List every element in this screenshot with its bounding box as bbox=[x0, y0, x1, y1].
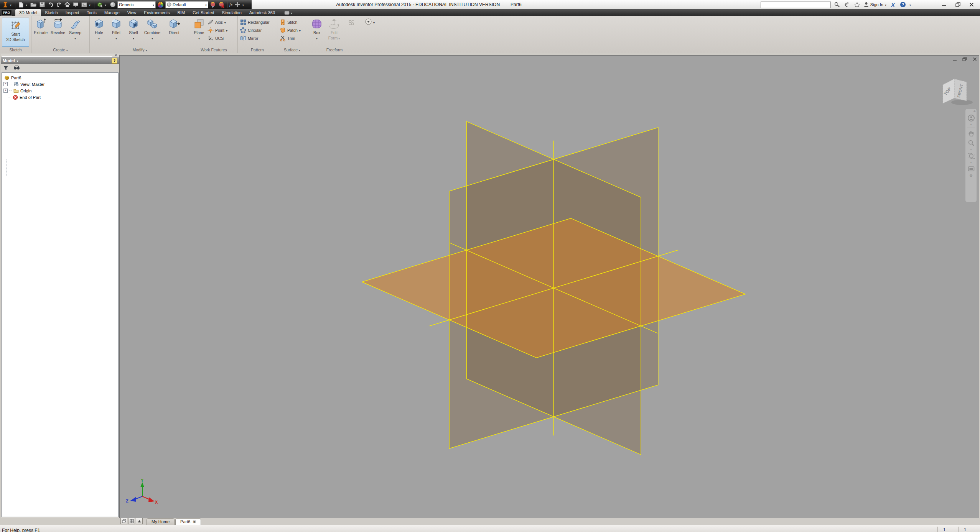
browser-filter-icon[interactable] bbox=[3, 65, 8, 71]
combine-button[interactable]: Combine bbox=[142, 17, 162, 40]
panel-label-sketch[interactable]: Sketch bbox=[0, 48, 31, 52]
edit-form-button[interactable]: Edit Form bbox=[325, 17, 343, 40]
new-file-button[interactable] bbox=[17, 1, 25, 8]
app-menu-dropdown-icon[interactable] bbox=[10, 2, 13, 7]
save-button[interactable] bbox=[38, 1, 46, 8]
extrude-button[interactable]: Extrude bbox=[32, 17, 49, 35]
undo-icon[interactable] bbox=[47, 1, 54, 8]
tree-item-end-of-part[interactable]: End of Part bbox=[2, 94, 118, 100]
panel-label-surface[interactable]: Surface bbox=[277, 48, 307, 52]
document-restore-icon[interactable] bbox=[962, 56, 968, 62]
redo-icon[interactable] bbox=[55, 1, 63, 8]
freeform-box-dropdown-icon[interactable] bbox=[316, 36, 318, 40]
tab-inspect[interactable]: Inspect bbox=[62, 9, 83, 16]
ribbon-display-dropdown-icon[interactable] bbox=[291, 10, 292, 15]
tab-bim[interactable]: BIM bbox=[174, 9, 189, 16]
appearance-select[interactable]: Default bbox=[165, 1, 208, 8]
zoom-dropdown-icon[interactable] bbox=[970, 148, 972, 151]
ribbon-collapse-icon[interactable] bbox=[365, 18, 372, 26]
view-cube[interactable]: TOP FRONT bbox=[940, 74, 976, 107]
restore-button[interactable] bbox=[952, 1, 963, 8]
point-dropdown-icon[interactable] bbox=[226, 28, 227, 33]
tab-tools[interactable]: Tools bbox=[83, 9, 100, 16]
panel-label-modify[interactable]: Modify bbox=[90, 48, 190, 52]
fillet-button[interactable]: Fillet bbox=[108, 17, 125, 40]
search-icon[interactable] bbox=[834, 1, 841, 8]
axis-button[interactable]: Axis bbox=[208, 19, 227, 26]
freeform-extra-button[interactable] bbox=[347, 17, 356, 26]
update-button[interactable] bbox=[96, 1, 104, 8]
ribbon-collapse-dropdown-icon[interactable] bbox=[373, 20, 375, 25]
clear-appearance-icon[interactable] bbox=[218, 1, 225, 8]
panel-label-work-features[interactable]: Work Features bbox=[190, 48, 237, 52]
circular-pattern-button[interactable]: Circular bbox=[240, 27, 270, 34]
search-input[interactable] bbox=[761, 2, 831, 8]
patch-button[interactable]: Patch bbox=[280, 27, 301, 34]
parameters-fx-button[interactable]: fx bbox=[229, 2, 233, 8]
sweep-button[interactable]: Sweep bbox=[67, 17, 84, 40]
sign-in-dropdown-icon[interactable] bbox=[885, 2, 886, 7]
panel-label-create[interactable]: Create bbox=[31, 48, 89, 52]
tab-view[interactable]: View bbox=[124, 9, 140, 16]
appearance-select-dropdown-icon[interactable] bbox=[205, 2, 207, 7]
plane-dropdown-icon[interactable] bbox=[198, 36, 200, 40]
sign-in-button[interactable]: Sign In bbox=[864, 2, 886, 7]
shell-button[interactable]: Shell bbox=[125, 17, 142, 40]
communication-center-icon[interactable] bbox=[844, 1, 851, 8]
new-file-dropdown-icon[interactable] bbox=[26, 2, 29, 7]
presentation-icon[interactable] bbox=[72, 1, 79, 8]
doctab-close-icon[interactable]: ▣ bbox=[193, 519, 196, 525]
tree-item-origin[interactable]: + Origin bbox=[2, 87, 118, 94]
tile-windows-icon[interactable] bbox=[128, 518, 135, 524]
trim-button[interactable]: Trim bbox=[280, 35, 301, 42]
tab-simulation[interactable]: Simulation bbox=[218, 9, 245, 16]
browser-header-dropdown-icon[interactable] bbox=[17, 58, 18, 63]
doctab-part6[interactable]: Part6 ▣ bbox=[175, 518, 201, 525]
tab-sketch[interactable]: Sketch bbox=[41, 9, 62, 16]
image-dropdown-icon[interactable] bbox=[89, 2, 92, 7]
expand-icon[interactable]: + bbox=[3, 89, 8, 93]
expand-icon[interactable]: + bbox=[3, 82, 8, 86]
origin-planes-graphic[interactable] bbox=[120, 56, 979, 518]
document-close-icon[interactable] bbox=[972, 56, 978, 62]
stitch-button[interactable]: Stitch bbox=[280, 19, 301, 26]
navbar-close-icon[interactable]: ⊗ bbox=[973, 110, 976, 113]
browser-find-icon[interactable] bbox=[13, 66, 20, 71]
favorites-star-icon[interactable] bbox=[854, 1, 861, 8]
revolve-button[interactable]: Revolve bbox=[49, 17, 66, 35]
browser-grip[interactable]: ✕ bbox=[1, 54, 119, 57]
orbit-dropdown-icon[interactable] bbox=[970, 161, 972, 164]
navigation-wheel-icon[interactable] bbox=[967, 114, 975, 122]
zoom-icon[interactable] bbox=[967, 139, 975, 147]
tab-autodesk-360[interactable]: Autodesk 360 bbox=[245, 9, 279, 16]
tab-get-started[interactable]: Get Started bbox=[189, 9, 218, 16]
exchange-apps-icon[interactable]: X bbox=[889, 1, 896, 8]
open-button[interactable] bbox=[30, 1, 37, 8]
update-dropdown-icon[interactable] bbox=[105, 2, 108, 7]
panel-label-freeform[interactable]: Freeform bbox=[307, 48, 362, 52]
freeform-box-button[interactable]: Box bbox=[309, 17, 324, 40]
browser-header[interactable]: Model ? bbox=[1, 57, 119, 64]
material-select[interactable]: Generic bbox=[117, 1, 156, 8]
axis-dropdown-icon[interactable] bbox=[224, 20, 226, 25]
orbit-icon[interactable] bbox=[967, 152, 975, 160]
ribbon-display-options-icon[interactable] bbox=[284, 9, 292, 16]
image-capture-icon[interactable] bbox=[81, 1, 88, 8]
help-dropdown-icon[interactable] bbox=[909, 2, 911, 7]
adjust-appearance-icon[interactable] bbox=[209, 1, 217, 8]
navbar-wheel-dropdown-icon[interactable] bbox=[970, 123, 972, 126]
tree-item-part[interactable]: Part6 bbox=[2, 74, 118, 81]
hole-button[interactable]: Hole bbox=[91, 17, 107, 40]
help-icon[interactable]: ? bbox=[899, 1, 906, 8]
plane-button[interactable]: Plane bbox=[191, 17, 207, 40]
shell-dropdown-icon[interactable] bbox=[133, 36, 134, 40]
doctab-my-home[interactable]: My Home bbox=[147, 518, 175, 525]
look-at-icon[interactable] bbox=[967, 165, 975, 173]
tree-item-view-master[interactable]: + View: Master bbox=[2, 81, 118, 87]
material-browser-icon[interactable] bbox=[109, 1, 116, 8]
minimize-button[interactable] bbox=[939, 1, 949, 8]
combine-dropdown-icon[interactable] bbox=[152, 36, 153, 40]
browser-help-icon[interactable]: ? bbox=[112, 58, 117, 64]
application-menu-button[interactable] bbox=[2, 1, 9, 8]
tab-manage[interactable]: Manage bbox=[100, 9, 124, 16]
